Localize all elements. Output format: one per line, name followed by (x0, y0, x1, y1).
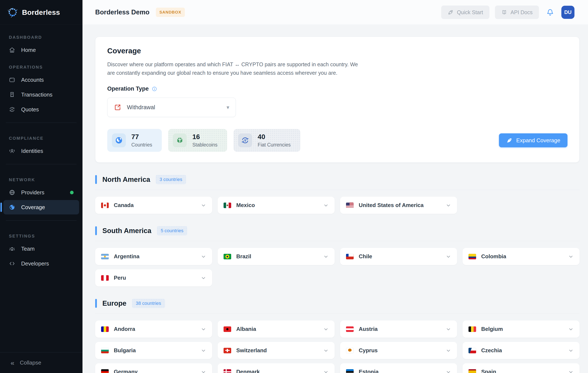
country-card[interactable]: Argentina (95, 248, 212, 265)
country-flag-icon (469, 369, 476, 373)
country-card[interactable]: Bulgaria (95, 342, 212, 359)
country-card[interactable]: Cyprus (340, 342, 457, 359)
country-card[interactable]: Colombia (462, 248, 579, 265)
chevron-down-icon (446, 369, 451, 373)
sidebar-item-home[interactable]: Home (3, 43, 79, 57)
country-card[interactable]: Peru (95, 269, 212, 286)
region-south-america: South America 5 countries Argentina Braz… (95, 226, 579, 286)
sidebar-item-transactions[interactable]: Transactions (3, 88, 79, 102)
country-card[interactable]: Canada (95, 197, 212, 214)
topbar-actions: Quick Start API Docs DU (441, 6, 575, 19)
api-docs-button[interactable]: API Docs (495, 6, 539, 19)
expand-coverage-button[interactable]: Expand Coverage (499, 133, 567, 147)
country-card[interactable]: Austria (340, 320, 457, 338)
collapse-label: Collapse (20, 360, 41, 366)
providers-status-dot (70, 191, 74, 194)
sidebar-item-coverage[interactable]: Coverage (3, 200, 79, 214)
chevron-down-icon (201, 326, 206, 332)
country-card[interactable]: Estonia (340, 363, 457, 373)
user-avatar[interactable]: DU (561, 6, 575, 19)
country-flag-icon (469, 254, 476, 259)
stat-label: Fiat Currencies (258, 142, 291, 148)
collapse-icon: « (10, 360, 14, 366)
country-name: Denmark (236, 369, 260, 373)
country-name: Chile (359, 253, 372, 260)
country-name: Cyprus (359, 347, 378, 354)
country-name: Estonia (359, 369, 378, 373)
country-flag-icon (224, 369, 231, 373)
nav-section-operations: OPERATIONS (3, 58, 79, 73)
chevron-down-icon (323, 326, 329, 332)
country-card[interactable]: Mexico (218, 197, 335, 214)
sidebar-item-identities[interactable]: Identities (3, 144, 79, 158)
sidebar-item-label: Providers (21, 189, 44, 196)
nav-section-dashboard: DASHBOARD (3, 28, 79, 43)
country-card[interactable]: Belgium (462, 320, 579, 338)
collapse-button[interactable]: « Collapse (0, 352, 83, 373)
svg-text:$: $ (244, 139, 246, 142)
chevron-down-icon (446, 326, 451, 332)
stat-value: 77 (131, 133, 152, 141)
country-card[interactable]: Albania (218, 320, 335, 338)
info-icon[interactable] (152, 86, 157, 92)
nav-section-network: NETWORK (3, 170, 79, 185)
country-flag-icon (224, 254, 231, 259)
coverage-globe-icon (9, 204, 15, 210)
country-grid: Canada Mexico United States of America (95, 197, 579, 214)
quick-start-button[interactable]: Quick Start (441, 6, 489, 19)
sidebar-item-developers[interactable]: Developers (3, 256, 79, 271)
borderless-logo-icon (7, 7, 18, 18)
country-name: Mexico (236, 202, 255, 208)
topbar: Borderless Demo SANDBOX Quick Start API … (83, 0, 588, 25)
country-card[interactable]: Spain (462, 363, 579, 373)
exchange-icon: $ (9, 106, 15, 113)
currency-exchange-icon: $ (238, 133, 252, 147)
sidebar-item-accounts[interactable]: Accounts (3, 73, 79, 87)
sidebar-item-label: Accounts (21, 77, 44, 83)
panel-description: Discover where our platform operates and… (107, 60, 364, 77)
nav-section-settings: SETTINGS (3, 227, 79, 241)
operation-type-label: Operation Type (107, 86, 149, 92)
chevron-down-icon (323, 369, 329, 373)
divider (95, 190, 579, 190)
chevron-down-icon (568, 254, 574, 259)
code-icon (9, 260, 15, 267)
country-flag-icon (101, 254, 109, 259)
country-card[interactable]: Brazil (218, 248, 335, 265)
stat-stablecoins: 16 Stablecoins (168, 129, 227, 152)
notifications-button[interactable] (546, 8, 554, 16)
country-flag-icon (469, 348, 476, 353)
country-name: Brazil (236, 253, 251, 260)
chevron-down-icon (446, 348, 451, 353)
receipt-icon (9, 91, 15, 98)
country-flag-icon (346, 326, 354, 332)
country-card[interactable]: Andorra (95, 320, 212, 338)
country-flag-icon (101, 369, 109, 373)
sidebar-item-label: Team (21, 246, 35, 252)
country-grid: Argentina Brazil Chile (95, 248, 579, 286)
operation-type-select[interactable]: Withdrawal ▾ (107, 98, 236, 117)
country-flag-icon (224, 348, 231, 353)
sidebar-item-quotes[interactable]: $ Quotes (3, 102, 79, 117)
country-card[interactable]: Czechia (462, 342, 579, 359)
country-card[interactable]: Germany (95, 363, 212, 373)
identities-icon (9, 148, 15, 154)
sidebar-item-providers[interactable]: Providers (3, 185, 79, 200)
main-area: Borderless Demo SANDBOX Quick Start API … (83, 0, 588, 373)
country-card[interactable]: Denmark (218, 363, 335, 373)
chevron-down-icon (323, 254, 329, 259)
rocket-icon (506, 137, 513, 143)
country-card[interactable]: Switzerland (218, 342, 335, 359)
region-north-america: North America 3 countries Canada Mexico (95, 175, 579, 214)
sidebar-item-team[interactable]: Team (3, 241, 79, 256)
chevron-down-icon (201, 203, 206, 208)
nav-section-compliance: COMPLIANCE (3, 129, 79, 144)
globe-icon (9, 189, 15, 196)
country-grid: Andorra Albania Austria (95, 320, 579, 373)
country-name: Andorra (114, 326, 135, 332)
region-title: South America (102, 227, 151, 235)
country-card[interactable]: Chile (340, 248, 457, 265)
country-card[interactable]: United States of America (340, 197, 457, 214)
country-flag-icon (346, 348, 354, 353)
content: Coverage Discover where our platform ope… (83, 25, 588, 373)
